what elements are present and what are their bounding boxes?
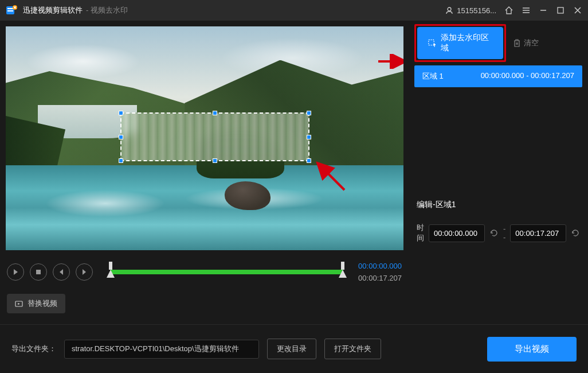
play-button[interactable] (7, 263, 24, 281)
app-logo-icon (6, 4, 18, 17)
time-label: 时间 (417, 223, 424, 243)
playback-controls: 00:00:00.000 00:00:17.207 (0, 256, 409, 288)
timeline-start-handle[interactable] (107, 262, 115, 282)
svg-rect-12 (429, 40, 434, 45)
svg-rect-5 (558, 7, 563, 13)
add-area-label: 添加去水印区域 (441, 33, 493, 53)
add-watermark-area-button[interactable]: 添加去水印区域 (417, 27, 503, 59)
replace-video-button[interactable]: 替换视频 (7, 294, 65, 313)
video-preview[interactable] (6, 26, 403, 250)
app-title: 迅捷视频剪辑软件 (23, 5, 83, 15)
edit-section-title: 编辑-区域1 (417, 200, 580, 210)
title-bar: 迅捷视频剪辑软件 - 视频去水印 15155156... (0, 0, 588, 21)
close-icon[interactable] (573, 6, 582, 15)
annotation-arrow-icon (377, 54, 403, 69)
minimize-icon[interactable] (539, 6, 548, 15)
svg-rect-1 (7, 8, 13, 9)
user-id: 15155156... (457, 6, 496, 15)
svg-rect-8 (36, 270, 41, 274)
end-time-input[interactable] (510, 224, 566, 242)
stop-button[interactable] (30, 263, 47, 281)
resize-handle[interactable] (119, 135, 123, 139)
menu-icon[interactable] (522, 6, 531, 15)
resize-handle[interactable] (307, 158, 311, 163)
svg-rect-9 (109, 262, 112, 270)
home-icon[interactable] (504, 6, 513, 15)
region-list-empty-area (414, 87, 582, 191)
resize-handle[interactable] (213, 111, 217, 115)
export-video-button[interactable]: 导出视频 (487, 337, 577, 362)
reset-end-icon[interactable] (571, 228, 580, 238)
video-preview-area (0, 21, 409, 256)
prev-frame-button[interactable] (53, 263, 70, 281)
change-directory-button[interactable]: 更改目录 (267, 339, 316, 359)
start-time-input[interactable] (429, 224, 485, 242)
annotation-arrow-icon (313, 158, 347, 193)
next-frame-button[interactable] (76, 263, 93, 281)
current-time-label: 00:00:00.000 (358, 262, 402, 270)
svg-rect-2 (7, 10, 13, 11)
timeline-end-handle[interactable] (339, 262, 347, 282)
replace-icon (15, 300, 23, 308)
maximize-icon[interactable] (556, 6, 565, 15)
add-area-icon (428, 38, 436, 48)
reset-start-icon[interactable] (489, 228, 499, 238)
bottom-bar: 导出文件夹： 更改目录 打开文件夹 导出视频 (0, 324, 588, 373)
export-path-input[interactable] (64, 340, 259, 359)
resize-handle[interactable] (213, 158, 217, 163)
region-name: 区域 1 (422, 71, 444, 81)
open-folder-button[interactable]: 打开文件夹 (324, 339, 381, 359)
watermark-selection-box[interactable] (120, 112, 309, 161)
replace-video-label: 替换视频 (28, 298, 57, 309)
timeline[interactable] (110, 261, 343, 283)
resize-handle[interactable] (307, 135, 311, 139)
time-separator: -- (503, 224, 505, 242)
user-account[interactable]: 15155156... (445, 6, 496, 15)
svg-rect-10 (341, 262, 344, 270)
region-time-range: 00:00:00.000 - 00:00:17.207 (481, 71, 574, 81)
annotation-highlight: 添加去水印区域 (414, 24, 506, 62)
clear-button[interactable]: 清空 (513, 38, 539, 48)
svg-point-4 (448, 7, 451, 11)
resize-handle[interactable] (119, 111, 123, 115)
resize-handle[interactable] (307, 111, 311, 115)
trash-icon (513, 39, 521, 47)
clear-label: 清空 (524, 38, 539, 48)
resize-handle[interactable] (119, 158, 123, 163)
svg-line-7 (317, 163, 344, 190)
region-list-item[interactable]: 区域 1 00:00:00.000 - 00:00:17.207 (414, 65, 582, 87)
export-folder-label: 导出文件夹： (11, 344, 56, 354)
total-time-label: 00:00:17.207 (358, 274, 402, 282)
page-subtitle: - 视频去水印 (86, 5, 128, 15)
